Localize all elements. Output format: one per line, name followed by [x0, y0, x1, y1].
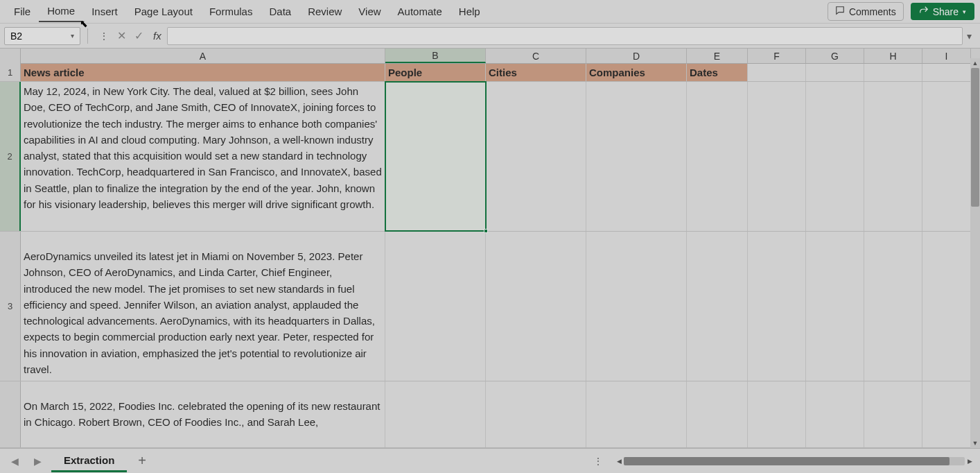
column-header-f[interactable]: F — [748, 49, 806, 63]
comments-button[interactable]: Comments — [828, 2, 904, 21]
scroll-down-icon[interactable]: ▼ — [970, 438, 980, 448]
column-header-d[interactable]: D — [586, 49, 687, 63]
cell-h4[interactable] — [864, 381, 922, 447]
cell-a4[interactable]: On March 15, 2022, Foodies Inc. celebrat… — [21, 381, 385, 447]
horizontal-scrollbar[interactable]: ◀ ▶ — [614, 456, 974, 467]
add-sheet-button[interactable]: + — [131, 453, 153, 469]
ribbon-tab-view[interactable]: View — [350, 1, 389, 22]
divider — [87, 28, 88, 44]
cell-e2[interactable] — [687, 82, 748, 231]
cell-h2[interactable] — [864, 82, 922, 231]
ribbon: File Home Insert Page Layout Formulas Da… — [0, 0, 980, 24]
ribbon-tab-home[interactable]: Home — [39, 1, 83, 22]
cancel-icon[interactable]: ✕ — [113, 29, 130, 42]
cell-c3[interactable] — [486, 232, 586, 381]
cell-h1[interactable] — [864, 64, 922, 81]
cell-h3[interactable] — [864, 232, 922, 381]
cell-d3[interactable] — [586, 232, 687, 381]
spreadsheet-grid[interactable]: A B C D E F G H I 1 News article People … — [0, 49, 980, 448]
scroll-right-icon[interactable]: ▶ — [965, 458, 974, 465]
cell-b1[interactable]: People — [385, 64, 486, 81]
chevron-down-icon[interactable]: ▾ — [963, 31, 976, 42]
cell-a1[interactable]: News article — [21, 64, 385, 81]
formula-input[interactable] — [167, 27, 963, 45]
cell-d4[interactable] — [586, 381, 687, 447]
cell-i1[interactable] — [922, 64, 971, 81]
formula-bar: ▾ ⋮ ✕ ✓ fx ▾ — [0, 24, 980, 49]
cell-d1[interactable]: Companies — [586, 64, 687, 81]
column-header-c[interactable]: C — [486, 49, 586, 63]
cell-d2[interactable] — [586, 82, 687, 231]
ribbon-tab-review[interactable]: Review — [299, 1, 350, 22]
sheet-nav-prev[interactable]: ◀ — [6, 456, 24, 467]
table-row: 1 News article People Cities Companies D… — [0, 64, 980, 82]
name-box[interactable]: ▾ — [4, 27, 80, 45]
cell-c4[interactable] — [486, 381, 586, 447]
comments-label: Comments — [849, 6, 896, 17]
ribbon-tabs: File Home Insert Page Layout Formulas Da… — [6, 1, 828, 22]
scroll-track[interactable] — [624, 457, 965, 465]
cell-f1[interactable] — [748, 64, 806, 81]
column-header-b[interactable]: B — [385, 49, 486, 63]
name-box-input[interactable] — [10, 31, 59, 42]
kebab-icon[interactable]: ⋮ — [586, 456, 610, 467]
fill-handle[interactable] — [484, 229, 488, 233]
cell-e1[interactable]: Dates — [687, 64, 748, 81]
column-header-i[interactable]: I — [922, 49, 971, 63]
cell-i2[interactable] — [922, 82, 971, 231]
cell-g1[interactable] — [806, 64, 864, 81]
table-row: On March 15, 2022, Foodies Inc. celebrat… — [0, 381, 980, 448]
share-label: Share — [933, 6, 959, 17]
ribbon-tab-insert[interactable]: Insert — [83, 1, 126, 22]
cell-f2[interactable] — [748, 82, 806, 231]
cell-g3[interactable] — [806, 232, 864, 381]
row-header-2[interactable]: 2 — [0, 82, 21, 231]
row-header-4[interactable] — [0, 381, 21, 447]
ribbon-tab-data[interactable]: Data — [261, 1, 299, 22]
cell-e3[interactable] — [687, 232, 748, 381]
ribbon-tab-page-layout[interactable]: Page Layout — [126, 1, 201, 22]
scroll-left-icon[interactable]: ◀ — [614, 458, 624, 465]
fx-label[interactable]: fx — [148, 30, 167, 42]
ribbon-tab-formulas[interactable]: Formulas — [201, 1, 261, 22]
table-row: 3 AeroDynamics unveiled its latest jet i… — [0, 232, 980, 381]
kebab-icon[interactable]: ⋮ — [95, 31, 113, 42]
share-icon — [919, 6, 929, 17]
cell-b4[interactable] — [385, 381, 486, 447]
ribbon-tab-automate[interactable]: Automate — [390, 1, 450, 22]
cell-i3[interactable] — [922, 232, 971, 381]
cell-c2[interactable] — [486, 82, 586, 231]
cell-c1[interactable]: Cities — [486, 64, 586, 81]
column-header-e[interactable]: E — [687, 49, 748, 63]
sheet-bar: ◀ ▶ Extraction + ⋮ ◀ ▶ — [0, 448, 980, 473]
cell-i4[interactable] — [922, 381, 971, 447]
sheet-nav-next[interactable]: ▶ — [28, 456, 47, 467]
column-header-a[interactable]: A — [21, 49, 385, 63]
cell-b3[interactable] — [385, 232, 486, 381]
row-header-1[interactable]: 1 — [0, 64, 21, 81]
vertical-scrollbar[interactable]: ▲ ▼ — [970, 58, 980, 448]
scroll-thumb[interactable] — [624, 457, 950, 465]
ribbon-tab-file[interactable]: File — [6, 1, 39, 22]
scroll-thumb[interactable] — [971, 68, 979, 207]
share-button[interactable]: Share ▾ — [911, 3, 974, 20]
sheet-tab-extraction[interactable]: Extraction — [51, 450, 127, 472]
column-header-h[interactable]: H — [864, 49, 922, 63]
chevron-down-icon[interactable]: ▾ — [71, 32, 74, 40]
enter-icon[interactable]: ✓ — [130, 29, 148, 42]
cell-g4[interactable] — [806, 381, 864, 447]
cell-f3[interactable] — [748, 232, 806, 381]
ribbon-tab-help[interactable]: Help — [450, 1, 489, 22]
cell-a3[interactable]: AeroDynamics unveiled its latest jet in … — [21, 232, 385, 381]
row-header-3[interactable]: 3 — [0, 232, 21, 381]
scroll-up-icon[interactable]: ▲ — [970, 58, 980, 68]
cell-f4[interactable] — [748, 381, 806, 447]
cell-b2[interactable] — [385, 82, 486, 231]
table-row: 2 May 12, 2024, in New York City. The de… — [0, 82, 980, 232]
cell-a2[interactable]: May 12, 2024, in New York City. The deal… — [21, 82, 385, 231]
comment-icon — [835, 6, 845, 17]
cell-g2[interactable] — [806, 82, 864, 231]
cell-e4[interactable] — [687, 381, 748, 447]
column-header-g[interactable]: G — [806, 49, 864, 63]
select-all-corner[interactable] — [0, 49, 21, 64]
